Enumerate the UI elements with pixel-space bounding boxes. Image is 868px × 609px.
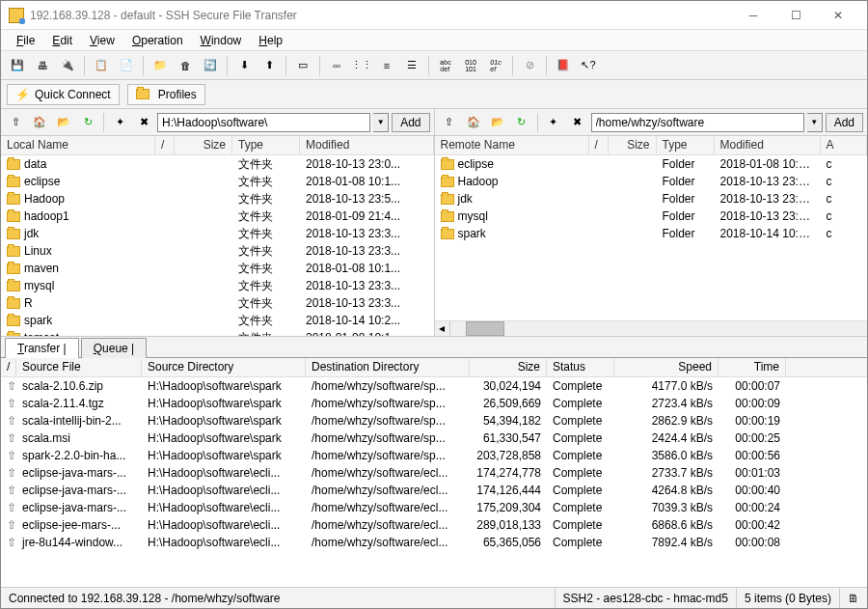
menu-view[interactable]: View xyxy=(82,32,122,49)
transfer-row[interactable]: ⇧scala.msiH:\Hadoop\software\spark/home/… xyxy=(1,429,867,447)
xcol-dest-dir[interactable]: Destination Directory xyxy=(306,358,470,376)
xcol-source-dir[interactable]: Source Directory xyxy=(142,358,306,376)
remote-col-attr[interactable]: A xyxy=(821,136,868,154)
xcol-speed[interactable]: Speed xyxy=(614,358,719,376)
table-row[interactable]: jdkFolder2018-10-13 23:3...c xyxy=(435,190,868,208)
tab-transfer[interactable]: Transfer | xyxy=(5,338,79,358)
paste-icon[interactable]: 📄 xyxy=(116,55,137,76)
transfer-list[interactable]: ⇧scala-2.10.6.zipH:\Hadoop\software\spar… xyxy=(1,377,867,587)
remote-refresh-icon[interactable]: ↻ xyxy=(511,112,532,133)
refresh-icon[interactable]: 🔄 xyxy=(200,55,221,76)
view-large-icon[interactable]: ▫▫ xyxy=(326,55,347,76)
transfer-row[interactable]: ⇧eclipse-java-mars-...H:\Hadoop\software… xyxy=(1,499,867,516)
remote-delete-icon[interactable]: ✖ xyxy=(567,112,588,133)
table-row[interactable]: jdk文件夹2018-10-13 23:3... xyxy=(1,225,434,242)
local-pane: ⇧ 🏠 📂 ↻ ✦ ✖ ▼ Add Local Name / Size Type… xyxy=(1,109,434,336)
print-icon[interactable]: 🖶 xyxy=(32,55,53,76)
view-list-icon[interactable]: ≡ xyxy=(376,55,397,76)
ascii-icon[interactable]: abcdef xyxy=(435,55,456,76)
remote-col-size[interactable]: Size xyxy=(609,136,657,154)
remote-col-type[interactable]: Type xyxy=(657,136,715,154)
table-row[interactable]: R文件夹2018-10-13 23:3... xyxy=(1,294,434,312)
remote-home-icon[interactable]: 🏠 xyxy=(463,112,484,133)
xcol-status[interactable]: Status xyxy=(547,358,614,376)
local-path-dropdown[interactable]: ▼ xyxy=(373,113,389,132)
table-row[interactable]: Linux文件夹2018-10-13 23:3... xyxy=(1,242,434,260)
transfer-row[interactable]: ⇧jre-8u144-window...H:\Hadoop\software\e… xyxy=(1,534,867,551)
transfer-row[interactable]: ⇧scala-2.10.6.zipH:\Hadoop\software\spar… xyxy=(1,377,867,395)
quick-connect-button[interactable]: ⚡ Quick Connect xyxy=(7,84,120,105)
auto-icon[interactable]: 01cef xyxy=(485,55,506,76)
xcol-time[interactable]: Time xyxy=(719,358,786,376)
table-row[interactable]: data文件夹2018-10-13 23:0... xyxy=(1,155,434,173)
remote-add-button[interactable]: Add xyxy=(826,113,863,132)
menu-window[interactable]: Window xyxy=(193,32,250,49)
table-row[interactable]: tomcat文件夹2018-01-08 10:1... xyxy=(1,329,434,336)
local-up-icon[interactable]: ⇧ xyxy=(5,112,26,133)
menu-file[interactable]: File xyxy=(9,32,42,49)
xcol-source-file[interactable]: Source File xyxy=(16,358,142,376)
menu-help[interactable]: Help xyxy=(251,32,290,49)
menu-operation[interactable]: Operation xyxy=(124,32,191,49)
transfer-row[interactable]: ⇧eclipse-jee-mars-...H:\Hadoop\software\… xyxy=(1,516,867,534)
local-folder-icon[interactable]: 📂 xyxy=(53,112,74,133)
local-file-list[interactable]: data文件夹2018-10-13 23:0...eclipse文件夹2018-… xyxy=(1,155,434,336)
minimize-button[interactable]: ─ xyxy=(732,2,774,29)
table-row[interactable]: HadoopFolder2018-10-13 23:5...c xyxy=(435,173,868,190)
remote-up-icon[interactable]: ⇧ xyxy=(439,112,460,133)
copy-icon[interactable]: 📋 xyxy=(91,55,112,76)
remote-path-dropdown[interactable]: ▼ xyxy=(807,113,823,132)
table-row[interactable]: Hadoop文件夹2018-10-13 23:5... xyxy=(1,190,434,208)
maximize-button[interactable]: ☐ xyxy=(774,2,817,29)
transfer-row[interactable]: ⇧spark-2.2.0-bin-ha...H:\Hadoop\software… xyxy=(1,447,867,464)
table-row[interactable]: maven文件夹2018-01-08 10:1... xyxy=(1,260,434,277)
transfer-row[interactable]: ⇧scala-2.11.4.tgzH:\Hadoop\software\spar… xyxy=(1,395,867,412)
download-icon[interactable]: ⬇ xyxy=(233,55,255,76)
table-row[interactable]: mysql文件夹2018-10-13 23:3... xyxy=(1,277,434,294)
xcol-size[interactable]: Size xyxy=(470,358,547,376)
local-col-size[interactable]: Size xyxy=(175,136,232,154)
table-row[interactable]: mysqlFolder2018-10-13 23:3...c xyxy=(435,208,868,225)
remote-newfolder-icon[interactable]: ✦ xyxy=(543,112,564,133)
local-col-type[interactable]: Type xyxy=(232,136,300,154)
remote-folder-icon[interactable]: 📂 xyxy=(487,112,508,133)
folder-icon xyxy=(7,316,20,326)
local-refresh-icon[interactable]: ↻ xyxy=(77,112,98,133)
transfer-row[interactable]: ⇧scala-intellij-bin-2...H:\Hadoop\softwa… xyxy=(1,412,867,429)
menu-edit[interactable]: Edit xyxy=(44,32,80,49)
local-add-button[interactable]: Add xyxy=(392,113,429,132)
table-row[interactable]: eclipse文件夹2018-01-08 10:1... xyxy=(1,173,434,190)
local-path-input[interactable] xyxy=(157,113,370,132)
remote-file-list[interactable]: eclipseFolder2018-01-08 10:1...cHadoopFo… xyxy=(435,155,868,320)
close-button[interactable]: ✕ xyxy=(817,2,859,29)
view-small-icon[interactable]: ⋮⋮ xyxy=(351,55,372,76)
profiles-button[interactable]: Profiles xyxy=(127,84,205,105)
transfer-row[interactable]: ⇧eclipse-java-mars-...H:\Hadoop\software… xyxy=(1,464,867,482)
help-book-icon[interactable]: 📕 xyxy=(553,55,574,76)
local-col-modified[interactable]: Modified xyxy=(300,136,434,154)
local-delete-icon[interactable]: ✖ xyxy=(133,112,154,133)
remote-col-modified[interactable]: Modified xyxy=(715,136,821,154)
whats-this-icon[interactable]: ↖? xyxy=(578,55,599,76)
remote-hscroll[interactable]: ◂ xyxy=(435,320,868,336)
binary-icon[interactable]: 010101 xyxy=(460,55,481,76)
remote-path-input[interactable] xyxy=(591,113,804,132)
table-row[interactable]: spark文件夹2018-10-14 10:2... xyxy=(1,312,434,329)
table-row[interactable]: sparkFolder2018-10-14 10:2...c xyxy=(435,225,868,242)
stop-icon[interactable]: ⊘ xyxy=(519,55,540,76)
local-home-icon[interactable]: 🏠 xyxy=(29,112,50,133)
save-icon[interactable]: 💾 xyxy=(7,55,28,76)
terminal-icon[interactable]: ▭ xyxy=(292,55,313,76)
tab-queue[interactable]: Queue | xyxy=(81,338,148,358)
local-col-name[interactable]: Local Name xyxy=(1,136,155,154)
upload-icon[interactable]: ⬆ xyxy=(258,55,280,76)
local-newfolder-icon[interactable]: ✦ xyxy=(109,112,130,133)
delete-icon[interactable]: 🗑 xyxy=(175,55,196,76)
table-row[interactable]: eclipseFolder2018-01-08 10:1...c xyxy=(435,155,868,173)
view-detail-icon[interactable]: ☰ xyxy=(401,55,422,76)
connect-icon[interactable]: 🔌 xyxy=(57,55,78,76)
table-row[interactable]: hadoop1文件夹2018-01-09 21:4... xyxy=(1,208,434,225)
new-folder-icon[interactable]: 📁 xyxy=(149,55,171,76)
transfer-row[interactable]: ⇧eclipse-java-mars-...H:\Hadoop\software… xyxy=(1,482,867,499)
remote-col-name[interactable]: Remote Name xyxy=(435,136,589,154)
